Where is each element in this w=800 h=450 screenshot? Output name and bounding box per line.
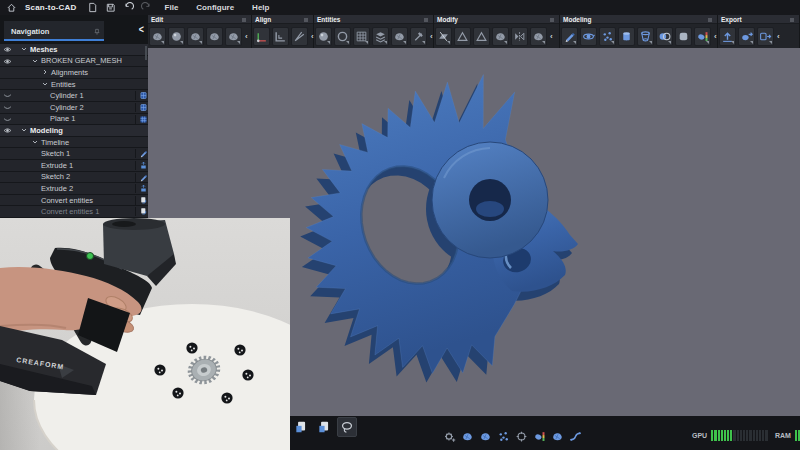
- mirror-mod-button[interactable]: [511, 27, 528, 46]
- patch-entity-button[interactable]: [391, 27, 408, 46]
- tree-item-plane-1[interactable]: Plane 1: [0, 114, 148, 126]
- blob-mod-button[interactable]: [492, 27, 509, 46]
- scanner-led: [87, 253, 94, 260]
- tree-item-broken-gear-mesh[interactable]: BROKEN GEAR_MESH: [0, 56, 148, 68]
- colormap-icon[interactable]: [533, 429, 546, 442]
- cylinder-type-icon: [135, 91, 144, 100]
- extrude-type-icon: [135, 184, 144, 193]
- visibility-on-icon[interactable]: [3, 126, 12, 135]
- tree-item-convert-entities[interactable]: Convert entities: [0, 195, 148, 207]
- tree-item-cylinder-1[interactable]: Cylinder 1: [0, 90, 148, 102]
- angle-align-button[interactable]: [291, 27, 308, 46]
- section-collapse-button[interactable]: ‹: [713, 32, 718, 41]
- tree-item-convert-entities-1[interactable]: Convert entities 1: [0, 206, 148, 218]
- tree-item-cylinder-2[interactable]: Cylinder 2: [0, 102, 148, 114]
- visibility-off-icon[interactable]: [3, 115, 12, 124]
- target-icon[interactable]: [515, 429, 528, 442]
- tree-item-entities[interactable]: Entities: [0, 79, 148, 91]
- panel-collapse-button[interactable]: <: [138, 23, 143, 35]
- mesh-region-button[interactable]: [187, 27, 204, 46]
- triangle-label-button[interactable]: [454, 27, 471, 46]
- tree-item-label: Meshes: [30, 45, 58, 54]
- plane-type-icon: [135, 115, 144, 124]
- tree-item-sketch-2[interactable]: Sketch 2: [0, 172, 148, 184]
- sphere-entity-button[interactable]: [315, 27, 332, 46]
- circle-entity-button[interactable]: [334, 27, 351, 46]
- chevron-down-icon[interactable]: [31, 138, 39, 146]
- export-scan-button[interactable]: [738, 27, 755, 46]
- chevron-right-icon[interactable]: [41, 68, 49, 76]
- lasso-selection-button[interactable]: [337, 417, 357, 437]
- settings-gear-icon[interactable]: [443, 429, 456, 442]
- section-collapse-button[interactable]: ‹: [244, 32, 249, 41]
- mesh-erase-button[interactable]: [206, 27, 223, 46]
- axes-align-button[interactable]: [253, 27, 270, 46]
- layers-entity-button[interactable]: [372, 27, 389, 46]
- boolean-tool-button[interactable]: [656, 27, 673, 46]
- tree-item-timeline[interactable]: Timeline: [0, 137, 148, 149]
- visibility-on-icon[interactable]: [3, 57, 12, 66]
- revolve-tool-button[interactable]: [580, 27, 597, 46]
- new-file-icon[interactable]: [87, 2, 99, 14]
- points-tool-button[interactable]: [599, 27, 616, 46]
- plane-cut-button[interactable]: [435, 27, 452, 46]
- export-mesh-button[interactable]: [719, 27, 736, 46]
- model-tree: MeshesBROKEN GEAR_MESHAlignmentsEntities…: [0, 44, 148, 218]
- mesh-solid-icon[interactable]: [551, 429, 564, 442]
- chevron-down-icon[interactable]: [20, 126, 28, 134]
- mesh-flat-icon[interactable]: [479, 429, 492, 442]
- gpu-gauge-group: GPU: [692, 430, 768, 441]
- copy-selection-button[interactable]: [291, 417, 311, 437]
- visibility-off-icon[interactable]: [3, 103, 12, 112]
- chevron-down-icon[interactable]: [20, 45, 28, 53]
- paste-selection-button[interactable]: [314, 417, 334, 437]
- menu-file[interactable]: File: [159, 3, 185, 12]
- panel-scrollbar[interactable]: [145, 46, 147, 60]
- section-collapse-button[interactable]: ‹: [776, 32, 781, 41]
- triangle-mod-button[interactable]: [473, 27, 490, 46]
- chevron-down-icon[interactable]: [31, 57, 39, 65]
- section-title: Edit: [151, 16, 163, 23]
- section-collapse-button[interactable]: ‹: [549, 32, 554, 41]
- scanner-video-overlay: CREAFORM: [0, 218, 290, 450]
- axe-entity-button[interactable]: [410, 27, 427, 46]
- surface-tool-button[interactable]: [675, 27, 692, 46]
- smooth-mod-button[interactable]: [530, 27, 547, 46]
- tree-item-extrude-1[interactable]: Extrude 1: [0, 160, 148, 172]
- mesh-smooth-icon[interactable]: [461, 429, 474, 442]
- home-icon[interactable]: [5, 2, 17, 14]
- menu-help[interactable]: Help: [246, 3, 275, 12]
- save-icon[interactable]: [105, 2, 117, 14]
- mesh-brush-button[interactable]: [149, 27, 166, 46]
- mesh-points-icon[interactable]: [497, 429, 510, 442]
- grid-entity-button[interactable]: [353, 27, 370, 46]
- tree-item-meshes[interactable]: Meshes: [0, 44, 148, 56]
- toolbar-section-modeling: Modeling ‹: [560, 15, 718, 48]
- toolbar-section-entities: Entities ‹: [314, 15, 434, 48]
- pin-icon[interactable]: [93, 22, 101, 30]
- tree-item-sketch-1[interactable]: Sketch 1: [0, 148, 148, 160]
- spline-icon[interactable]: [569, 429, 582, 442]
- menu-configure[interactable]: Configure: [190, 3, 240, 12]
- tree-item-modeling[interactable]: Modeling: [0, 125, 148, 137]
- colormap-tool-button[interactable]: [694, 27, 711, 46]
- active-tab-underline: [4, 39, 104, 41]
- loft-tool-button[interactable]: [637, 27, 654, 46]
- plane-align-button[interactable]: [272, 27, 289, 46]
- mesh-select-button[interactable]: [168, 27, 185, 46]
- redo-icon[interactable]: [141, 2, 153, 14]
- sketch-tool-button[interactable]: [561, 27, 578, 46]
- tree-item-extrude-2[interactable]: Extrude 2: [0, 183, 148, 195]
- mesh-fill-button[interactable]: [225, 27, 242, 46]
- chevron-down-icon[interactable]: [41, 80, 49, 88]
- export-cad-button[interactable]: [757, 27, 774, 46]
- visibility-on-icon[interactable]: [3, 45, 12, 54]
- tree-item-label: Entities: [51, 80, 76, 89]
- tree-item-alignments[interactable]: Alignments: [0, 67, 148, 79]
- tree-item-label: Alignments: [51, 68, 88, 77]
- section-collapse-button[interactable]: ‹: [429, 32, 434, 41]
- visibility-off-icon[interactable]: [3, 91, 12, 100]
- cylinder-tool-button[interactable]: [618, 27, 635, 46]
- undo-icon[interactable]: [123, 2, 135, 14]
- tab-navigation[interactable]: Navigation: [4, 21, 104, 41]
